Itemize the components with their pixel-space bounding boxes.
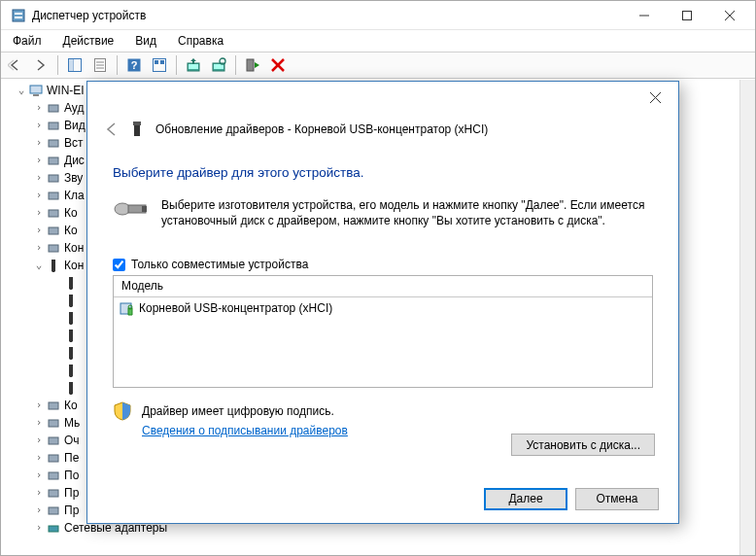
model-column-header[interactable]: Модель [114,276,652,297]
device-category-icon [46,485,61,501]
toolbar: ? [1,52,755,79]
compatible-only-checkbox[interactable] [113,259,125,271]
svg-rect-30 [49,122,58,129]
svg-rect-50 [69,365,73,376]
dialog-close-button[interactable] [636,84,674,111]
tree-item-label: Вст [64,134,84,152]
svg-rect-68 [142,206,147,212]
expand-icon[interactable]: › [32,152,46,169]
svg-rect-42 [69,295,73,306]
tree-item-label: Зву [64,169,83,187]
signature-status-text: Драйвер имеет цифровую подпись. [142,401,348,421]
menu-help[interactable]: Справка [168,32,233,50]
svg-rect-40 [69,277,73,289]
svg-text:?: ? [131,59,138,71]
menu-file[interactable]: Файл [3,32,52,50]
shield-icon [113,401,132,421]
minimize-button[interactable] [623,2,666,29]
network-icon [46,520,61,536]
expand-icon[interactable]: › [32,519,46,537]
model-list-item[interactable]: Корневой USB-концентратор (xHCI) [114,297,652,319]
device-category-icon [46,415,61,431]
dialog-titlebar [87,82,678,113]
dialog-instruction: Выберите изготовителя устройства, его мо… [113,197,653,258]
expand-icon[interactable]: › [32,169,46,187]
collapse-icon[interactable]: ⌄ [15,82,28,99]
next-button[interactable]: Далее [484,488,567,510]
svg-rect-60 [49,507,58,514]
enable-device-button[interactable] [241,53,264,77]
view-button[interactable] [148,53,171,77]
device-category-icon [46,398,61,413]
tree-item-label: Ко [64,204,78,222]
install-from-disk-button[interactable]: Установить с диска... [511,434,655,456]
collapse-icon[interactable]: ⌄ [32,257,46,274]
model-listbox[interactable]: Модель Корневой USB-концентратор (xHCI) [113,275,653,388]
back-button[interactable] [4,53,27,77]
svg-rect-52 [69,382,73,394]
usb-device-icon [63,380,79,396]
expand-icon[interactable]: › [32,502,46,519]
vertical-scrollbar[interactable] [739,80,755,555]
update-driver-dialog: Обновление драйверов - Корневой USB-конц… [86,81,679,524]
svg-rect-0 [13,10,24,21]
help-button[interactable]: ? [122,53,146,77]
svg-rect-34 [49,192,58,199]
titlebar: Диспетчер устройств [1,1,755,30]
maximize-button[interactable] [666,2,708,29]
app-icon [11,8,26,23]
cancel-button[interactable]: Отмена [575,488,659,510]
expand-icon[interactable]: › [32,484,46,502]
hardware-icon [113,199,148,219]
tree-item-label: Дис [64,152,85,169]
tree-item-label: Кла [64,187,85,204]
svg-rect-22 [214,64,223,69]
svg-rect-1 [15,13,22,15]
uninstall-device-button[interactable] [266,53,290,77]
expand-icon[interactable]: › [32,397,46,414]
usb-device-icon [63,345,79,361]
properties-button[interactable] [88,53,112,77]
forward-button[interactable] [29,53,52,77]
update-driver-button[interactable] [182,53,205,77]
expand-icon[interactable]: › [32,449,46,467]
dialog-instruction-text: Выберите изготовителя устройства, его мо… [161,197,653,228]
expand-icon[interactable]: › [32,467,46,484]
scan-hardware-button[interactable] [207,53,230,77]
expand-icon[interactable]: › [32,204,46,222]
expand-icon[interactable]: › [32,187,46,204]
expand-icon[interactable]: › [32,134,46,152]
device-category-icon [46,153,61,168]
usb-device-icon [63,275,79,291]
signature-info-link[interactable]: Сведения о подписывании драйверов [142,424,348,437]
expand-icon[interactable]: › [32,239,46,257]
tree-item-label: По [64,467,79,484]
dialog-back-button[interactable] [103,121,120,138]
device-category-icon [46,188,61,203]
expand-icon[interactable]: › [32,222,46,239]
svg-rect-31 [49,140,58,147]
close-button[interactable] [708,2,751,29]
svg-rect-28 [33,94,39,96]
tree-item-label: Кон [64,239,84,257]
expand-icon[interactable]: › [32,414,46,432]
expand-icon[interactable]: › [32,432,46,449]
svg-rect-33 [49,175,58,182]
expand-icon[interactable]: › [32,99,46,117]
tree-root-label: WIN-EI [47,82,85,99]
show-hide-tree-button[interactable] [63,53,86,77]
svg-rect-46 [69,330,73,341]
toolbar-separator [117,55,118,75]
svg-rect-57 [49,455,58,462]
tree-item-label: Мь [64,414,80,432]
menu-action[interactable]: Действие [53,32,124,50]
tree-item-label: Ко [64,222,78,239]
expand-icon[interactable]: › [32,117,46,134]
device-category-icon [46,450,61,466]
svg-rect-38 [52,260,55,271]
toolbar-separator [235,55,236,75]
compatible-only-checkbox-row[interactable]: Только совместимые устройства [113,258,653,275]
tree-item-label: Оч [64,432,80,449]
menu-view[interactable]: Вид [125,32,166,50]
svg-rect-4 [683,11,692,19]
